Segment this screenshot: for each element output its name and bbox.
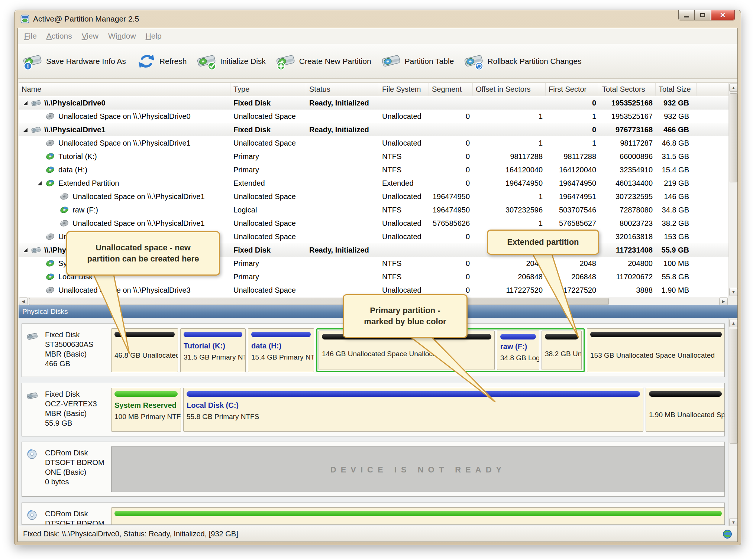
cell-first: 1 [546, 136, 599, 150]
column-header-fs[interactable]: File System [379, 83, 429, 96]
cell-fs: Unallocated [379, 110, 429, 123]
disk-row: CDRom DiskDTSOFT BDROM [22, 503, 725, 525]
cell-segment: 0 [429, 230, 473, 243]
partition-block[interactable]: raw (F:)34.8 GB Logical NTFS [497, 331, 539, 370]
callout-text: marked by blue color [364, 316, 446, 327]
cell-offset: 196474950 [473, 176, 546, 190]
scroll-down-icon[interactable]: ▼ [729, 518, 738, 526]
vertical-scroll-thumb[interactable] [730, 329, 737, 444]
cell-offset: 307232596 [473, 203, 546, 217]
disk-label: Fixed DiskST3500630ASMBR (Basic)466 GB [22, 324, 111, 377]
partition-block[interactable]: System Reserved100 MB Primary NTFS [111, 388, 181, 432]
scroll-right-icon[interactable]: ▶ [719, 298, 728, 305]
close-button[interactable]: ✕ [711, 10, 735, 20]
toolbar-button-rollback-partition-changes[interactable]: Rollback Partition Changes [464, 52, 581, 70]
column-header-status[interactable]: Status [306, 83, 379, 96]
disk-label-line: 0 bytes [45, 477, 111, 487]
partition-block[interactable]: Local Disk (C:)55.8 GB Primary NTFS [183, 388, 643, 432]
partition-block[interactable]: 46.8 GB Unallocated Space Unallocated [111, 328, 178, 372]
disk-row: CDRom DiskDTSOFT BDROMONE (Basic)0 bytes… [22, 442, 725, 497]
tree-expander-icon[interactable] [22, 100, 28, 106]
cell-offset: 206848 [473, 270, 546, 283]
cell-segment: 0 [429, 150, 473, 163]
scroll-up-icon[interactable]: ▲ [729, 84, 738, 92]
unallocated-icon [45, 232, 55, 241]
cell-status [306, 230, 379, 243]
toolbar-button-refresh[interactable]: Refresh [136, 52, 187, 70]
table-row[interactable]: Unallocated Space on \\.\PhysicalDrive0U… [19, 110, 728, 123]
partition-bar-black [114, 332, 175, 337]
partition-block[interactable]: data (H:)15.4 GB Primary NTFS [248, 328, 314, 372]
scroll-down-icon[interactable]: ▼ [729, 288, 738, 296]
toolbar-button-initialize-disk[interactable]: Initialize Disk [197, 52, 266, 70]
horizontal-scroll-thumb[interactable] [29, 298, 609, 305]
column-header-sectors[interactable]: Total Sectors [599, 83, 656, 96]
partition-info: 55.8 GB Primary NTFS [187, 413, 640, 421]
column-header-segment[interactable]: Segment [429, 83, 473, 96]
cell-status: Ready, Initialized [306, 96, 379, 110]
table-row[interactable]: \\.\PhysicalDrive0Fixed DiskReady, Initi… [19, 96, 728, 110]
partition-bar-black [590, 332, 722, 337]
cell-type: Unallocated Space [230, 190, 306, 203]
cell-size: 38.2 GB [656, 217, 697, 230]
minimize-button[interactable] [678, 10, 695, 20]
partition-title: raw (F:) [500, 342, 536, 351]
menu-file[interactable]: File [19, 32, 42, 40]
disk-label-line: ST3500630AS [45, 339, 111, 349]
toolbar-button-save-hardware-info-as[interactable]: iSave Hardware Info As [23, 52, 126, 70]
column-header-name[interactable]: Name [19, 83, 230, 96]
menu-actions[interactable]: Actions [42, 32, 77, 40]
row-name: Unallocated Space on \\.\PhysicalDrive0 [58, 112, 191, 121]
vertical-scroll-thumb[interactable] [730, 93, 737, 182]
menu-bar: FileActionsViewWindowHelp [18, 28, 737, 44]
column-header-offset[interactable]: Offset in Sectors [473, 83, 546, 96]
cell-fs [379, 243, 429, 257]
toolbar-button-partition-table[interactable]: Partition Table [382, 52, 454, 70]
tree-expander-icon[interactable] [22, 127, 28, 133]
disk-blocks: DEVICE IS NOT READY [111, 446, 725, 492]
partition-block[interactable]: 38.2 GB Unallocated Space Unallocated [542, 331, 582, 370]
disk-label: CDRom DiskDTSOFT BDROM [22, 503, 111, 524]
window-title: Active@ Partition Manager 2.5 [33, 14, 139, 23]
table-row[interactable]: raw (F:)LogicalNTFS196474950307232596503… [19, 203, 728, 217]
scroll-left-icon[interactable]: ◀ [19, 298, 28, 305]
cell-offset: 1 [473, 136, 546, 150]
refresh-icon [136, 52, 156, 70]
table-row[interactable]: Extended PartitionExtendedExtended019647… [19, 176, 728, 190]
partition-block[interactable]: 153 GB Unallocated Space Unallocated [587, 328, 725, 372]
tree-expander-icon[interactable] [36, 180, 42, 186]
menu-view[interactable]: View [77, 32, 103, 40]
menu-help[interactable]: Help [141, 32, 167, 40]
tree-expander-icon[interactable] [22, 247, 28, 253]
toolbar-button-create-new-partition[interactable]: Create New Partition [276, 52, 371, 70]
cell-segment [429, 123, 473, 136]
menu-window[interactable]: Window [103, 32, 141, 40]
partition-block[interactable] [111, 507, 725, 525]
column-header-type[interactable]: Type [230, 83, 306, 96]
partition-block[interactable]: Tutorial (K:)31.5 GB Primary NTFS [180, 328, 246, 372]
table-row[interactable]: \\.\PhysicalDrive1Fixed DiskReady, Initi… [19, 123, 728, 136]
table-row[interactable]: Unallocated Space on \\.\PhysicalDrive1U… [19, 136, 728, 150]
disk-row: Fixed DiskOCZ-VERTEX3MBR (Basic)55.9 GBS… [22, 383, 725, 436]
disk-label-line: Fixed Disk [45, 389, 111, 399]
disks-vertical-scrollbar[interactable]: ▲ ▼ [728, 318, 738, 527]
column-header-first[interactable]: First Sector [546, 83, 599, 96]
table-vertical-scrollbar[interactable]: ▲ ▼ [728, 83, 738, 297]
table-row[interactable]: Unallocated Space on \\.\PhysicalDrive1U… [19, 190, 728, 203]
cell-segment [429, 243, 473, 257]
cell-filler [697, 230, 728, 243]
title-bar[interactable]: Active@ Partition Manager 2.5 ✕ [14, 10, 741, 28]
table-row[interactable]: data (H:)PrimaryNTFS01641200401641200403… [19, 163, 728, 176]
cell-filler [697, 136, 728, 150]
scroll-up-icon[interactable]: ▲ [729, 319, 738, 327]
maximize-button[interactable] [695, 10, 711, 20]
rollback-partition-icon [464, 52, 484, 70]
cell-fs: Unallocated [379, 230, 429, 243]
cell-segment: 0 [429, 176, 473, 190]
cell-offset: 117227520 [473, 283, 546, 297]
partition-block[interactable]: 1.90 MB Unallocated Space Unallocated [646, 388, 725, 432]
column-header-size[interactable]: Total Size [656, 83, 697, 96]
table-row[interactable]: Tutorial (K:)PrimaryNTFS0981172889811728… [19, 150, 728, 163]
partition-bar-black [545, 334, 578, 339]
table-row[interactable]: Unallocated Space on \\.\PhysicalDrive1U… [19, 217, 728, 230]
